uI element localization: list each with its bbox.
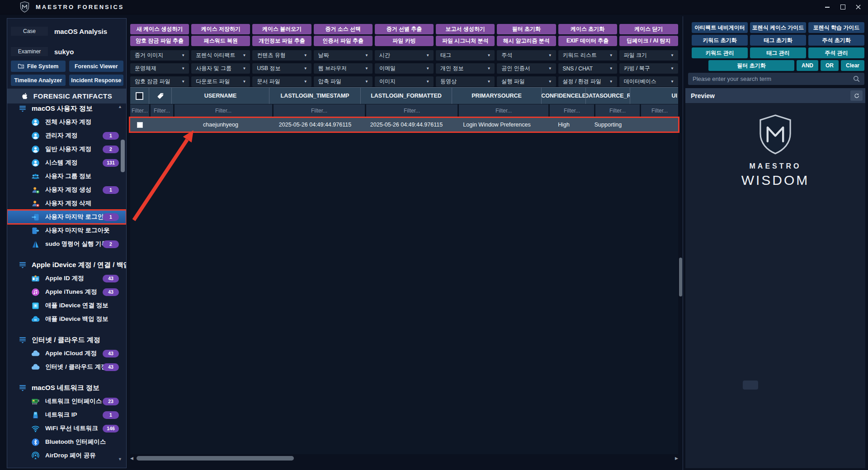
toolbar-button-item[interactable]: 필터 초기화 (497, 24, 556, 34)
panel-button-item[interactable]: 키워드 초기화 (692, 35, 748, 46)
sidebar-item-airdrop[interactable]: AirDrop 페어 공유 (7, 449, 126, 462)
column-header-lastlogin-timestamp[interactable]: LASTLOGIN_TIMESTAMP (269, 88, 361, 104)
filter-dropdown-item[interactable]: 암호 잠금 파일▼ (130, 76, 189, 87)
filter-dropdown-item[interactable]: 운영체제▼ (130, 63, 189, 74)
table-row[interactable]: chaejunhyeog2025-05-26 04:49:44.97611520… (130, 118, 678, 132)
scroll-down-icon[interactable]: ▼ (118, 457, 122, 461)
nav-button-timeline-analyzer[interactable]: Timeline Analyzer (11, 75, 66, 86)
toolbar-button-item[interactable]: 인증서 파일 추출 (314, 36, 373, 46)
toolbar-button-item[interactable]: 증거 소스 선택 (314, 24, 373, 34)
column-filter-input[interactable]: Filter... (151, 104, 173, 117)
sidebar-item-item[interactable]: 시스템 계정131 (7, 156, 126, 169)
filter-dropdown-item[interactable]: 키워드 리스트▼ (558, 50, 617, 61)
sidebar-item-item[interactable]: 사용자 그룹 정보 (7, 169, 126, 183)
search-input[interactable] (693, 75, 853, 82)
filter-reset-button[interactable]: 필터 초기화 (708, 60, 794, 71)
toolbar-button-item[interactable]: 파일 시그니처 분석 (436, 36, 495, 46)
row-checkbox[interactable] (137, 122, 143, 128)
nav-button-incident-response[interactable]: Incident Response (69, 75, 124, 86)
filter-dropdown-item[interactable]: 날짜▼ (314, 50, 373, 61)
column-header-confidencele[interactable]: CONFIDENCELE (542, 88, 586, 104)
filter-dropdown-item[interactable]: 이메일▼ (375, 63, 434, 74)
filter-dropdown-item[interactable]: 컨텐츠 유형▼ (252, 50, 311, 61)
toolbar-button-item[interactable]: 케이스 불러오기 (252, 24, 311, 34)
sidebar-item-item[interactable]: 전체 사용자 계정 (7, 115, 126, 129)
filter-dropdown-item[interactable]: 개인 정보▼ (436, 63, 495, 74)
sidebar-item-idevice[interactable]: 애플 iDevice 연결 정보 (7, 299, 126, 312)
filter-dropdown-item[interactable]: 공인 인증서▼ (497, 63, 556, 74)
toolbar-button-item[interactable]: 파일 카빙 (375, 36, 434, 46)
filter-dropdown-item[interactable]: 이미지▼ (375, 76, 434, 87)
sidebar-item-item[interactable]: 사용자 마지막 로그아웃 (7, 224, 126, 237)
filter-dropdown-item[interactable]: 동영상▼ (436, 76, 495, 87)
toolbar-button-item[interactable]: 패스워드 복원 (191, 36, 250, 46)
column-filter-input[interactable]: Filter... (366, 104, 458, 117)
column-header-primarysource[interactable]: PRIMARYSOURCE (452, 88, 542, 104)
vertical-scrollbar-thumb[interactable] (679, 258, 682, 296)
sidebar-item-apple-id[interactable]: Apple ID 계정43 (7, 272, 126, 285)
section-header[interactable]: Apple iDevice 계정 / 연결 / 백업 (7, 258, 126, 272)
sidebar-item-item[interactable]: 사용자 계정 삭제 (7, 197, 126, 210)
filter-dropdown-item[interactable]: 압축 파일▼ (314, 76, 373, 87)
filter-dropdown-item[interactable]: 웹 브라우저▼ (314, 63, 373, 74)
panel-button-item[interactable]: 키워드 관리 (692, 47, 748, 58)
section-header[interactable]: macOS 사용자 정보 (7, 102, 126, 115)
sidebar-item-ip[interactable]: 네트워크 IP1 (7, 408, 126, 422)
search-icon[interactable] (853, 75, 860, 83)
filter-dropdown-item[interactable]: 다운로드 파일▼ (191, 76, 250, 87)
filter-dropdown-item[interactable]: 카빙 / 복구▼ (619, 63, 678, 74)
toolbar-button-item[interactable]: 증거 선별 추출 (375, 24, 434, 34)
filter-dropdown-usb[interactable]: USB 정보▼ (252, 63, 311, 74)
panel-button-item[interactable]: 포렌식 학습 가이드 (808, 22, 864, 33)
sidebar-item-sudo[interactable]: sudo 명령어 실행 기록2 (7, 237, 126, 251)
sidebar-item-idevice[interactable]: 애플 iDevice 백업 정보 (7, 312, 126, 326)
panel-button-item[interactable]: 태그 초기화 (750, 35, 806, 46)
panel-button-item[interactable]: 포렌식 케이스 가이드 (750, 22, 806, 33)
and-button[interactable]: AND (797, 60, 818, 71)
filter-dropdown-item[interactable]: 문서 파일▼ (252, 76, 311, 87)
column-filter-input[interactable]: Filter... (550, 104, 594, 117)
horizontal-scrollbar-thumb[interactable] (137, 456, 294, 461)
sidebar-item-item[interactable]: 관리자 계정1 (7, 129, 126, 142)
column-filter-input[interactable]: Filter... (130, 104, 149, 117)
scroll-left-icon[interactable]: ◀ (130, 456, 133, 461)
toolbar-button-ai[interactable]: 딥페이크 / AI 탐지 (619, 36, 678, 46)
panel-button-item[interactable]: 아티팩트 네비게이터 (692, 22, 748, 33)
filter-dropdown-item[interactable]: 파일 크기▼ (619, 50, 678, 61)
sidebar-item-apple-icloud[interactable]: Apple iCloud 계정43 (7, 347, 126, 360)
toolbar-button-item[interactable]: 케이스 초기화 (558, 24, 617, 34)
scroll-right-icon[interactable]: ▶ (675, 456, 678, 461)
filter-dropdown-item[interactable]: 사용자 및 그룹▼ (191, 63, 250, 74)
column-filter-input[interactable]: Filter... (274, 104, 365, 117)
column-filter-input[interactable]: Filter... (175, 104, 272, 117)
sidebar-item-item[interactable]: 일반 사용자 계정2 (7, 142, 126, 156)
filter-dropdown-sns-chat[interactable]: SNS / CHAT▼ (558, 63, 617, 74)
column-filter-input[interactable]: Filter... (459, 104, 548, 117)
column-header-username[interactable]: USERNAME (172, 88, 269, 104)
section-header[interactable]: 인터넷 / 클라우드 계정 (7, 333, 126, 347)
select-all-header[interactable] (130, 88, 149, 104)
panel-button-item[interactable]: 태그 관리 (750, 47, 806, 58)
sidebar-item-apple-itunes[interactable]: Apple iTunes 계정43 (7, 285, 126, 299)
row-select-cell[interactable] (130, 118, 149, 132)
or-button[interactable]: OR (821, 60, 839, 71)
panel-button-item[interactable]: 주석 초기화 (808, 35, 864, 46)
sidebar-item-item[interactable]: 사용자 마지막 로그인1 (7, 210, 126, 224)
column-filter-input[interactable]: Filter... (595, 104, 640, 117)
filter-dropdown-item[interactable]: 데이터베이스▼ (619, 76, 678, 87)
column-filter-input[interactable]: Filter... (641, 104, 678, 117)
filter-dropdown-item[interactable]: 시간▼ (375, 50, 434, 61)
filter-dropdown-item[interactable]: 주석▼ (497, 50, 556, 61)
panel-button-item[interactable]: 주석 관리 (808, 47, 864, 58)
filter-dropdown-item[interactable]: 실행 파일▼ (497, 76, 556, 87)
preview-refresh-button[interactable] (850, 90, 863, 101)
toolbar-button-item[interactable]: 새 케이스 생성하기 (130, 24, 189, 34)
nav-button-file-system[interactable]: File System (11, 61, 66, 72)
sidebar-scrollbar-thumb[interactable] (121, 140, 125, 172)
toolbar-button-item[interactable]: 암호 잠금 파일 추출 (130, 36, 189, 46)
filter-dropdown-item[interactable]: 포렌식 아티팩트▼ (191, 50, 250, 61)
filter-dropdown-item[interactable]: 설정 / 환경 파일▼ (558, 76, 617, 87)
column-header-ui[interactable]: UI (630, 88, 678, 104)
filter-dropdown-item[interactable]: 태그▼ (436, 50, 495, 61)
sidebar-item-wifi[interactable]: WiFi 무선 네트워크146 (7, 422, 126, 435)
